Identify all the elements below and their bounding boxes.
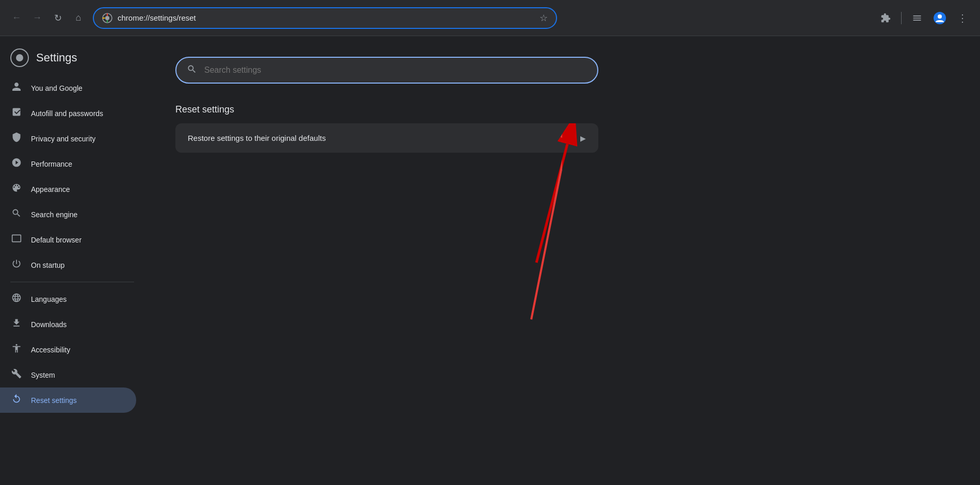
toolbar-divider	[901, 12, 902, 24]
address-bar-container: chrome://settings/reset ☆	[93, 7, 557, 29]
system-icon	[10, 368, 23, 381]
sidebar-item-label: Reset settings	[31, 396, 77, 405]
sidebar-item-downloads[interactable]: Downloads	[0, 312, 136, 337]
sidebar-item-label: Autofill and passwords	[31, 109, 103, 118]
red-arrow-annotation	[201, 128, 562, 335]
restore-arrow-icon: ▶	[580, 134, 586, 142]
sidebar-item-performance[interactable]: Performance	[0, 151, 136, 176]
annotation-container: Restore settings to their original defau…	[175, 123, 598, 153]
bookmark-icon[interactable]: ☆	[540, 12, 548, 24]
shield-icon	[10, 132, 23, 145]
sidebar-item-you-and-google[interactable]: You and Google	[0, 75, 136, 101]
back-button[interactable]: ←	[8, 10, 25, 26]
menu-icon: ⋮	[957, 12, 968, 24]
chrome-logo-icon	[102, 13, 112, 23]
sidebar-item-languages[interactable]: Languages	[0, 286, 136, 312]
appearance-icon	[10, 183, 23, 196]
reload-button[interactable]: ↻	[50, 10, 66, 26]
extensions-button[interactable]	[876, 9, 895, 27]
sidebar-item-appearance[interactable]: Appearance	[0, 176, 136, 202]
sidebar-item-label: Languages	[31, 295, 67, 303]
browser-icon	[10, 233, 23, 246]
forward-button[interactable]: →	[29, 10, 45, 26]
autofill-icon	[10, 107, 23, 120]
search-bar-wrapper	[175, 57, 598, 84]
sidebar-item-search-engine[interactable]: Search engine	[0, 202, 136, 227]
sidebar-item-default-browser[interactable]: Default browser	[0, 227, 136, 252]
svg-line-7	[531, 139, 562, 319]
sidebar-item-label: Accessibility	[31, 346, 70, 354]
svg-point-3	[938, 14, 942, 19]
main-layout: Settings You and Google Autofill and pas…	[0, 36, 980, 485]
toolbar-right: ⋮	[876, 9, 972, 27]
url-text: chrome://settings/reset	[118, 13, 534, 22]
person-icon	[10, 82, 23, 94]
reset-icon	[10, 394, 23, 407]
sidebar-item-label: Default browser	[31, 236, 81, 244]
sidebar-item-accessibility[interactable]: Accessibility	[0, 337, 136, 362]
sidebar-item-label: System	[31, 371, 55, 379]
sidebar-item-label: Search engine	[31, 211, 77, 219]
sidebar-item-autofill[interactable]: Autofill and passwords	[0, 101, 136, 126]
sidebar: Settings You and Google Autofill and pas…	[0, 36, 144, 485]
extensions-icon	[880, 13, 891, 23]
svg-point-1	[105, 16, 109, 20]
sidebar-divider	[10, 282, 134, 282]
sidebar-item-reset[interactable]: Reset settings	[0, 387, 136, 413]
sidebar-item-label: Appearance	[31, 185, 70, 193]
address-bar[interactable]: chrome://settings/reset ☆	[93, 7, 557, 29]
search-bar[interactable]	[175, 57, 598, 84]
profile-icon	[934, 12, 946, 24]
performance-icon	[10, 157, 23, 170]
downloads-icon	[10, 318, 23, 331]
section-title: Reset settings	[175, 104, 949, 115]
sidebar-icon	[912, 13, 922, 23]
content-area: Reset settings Restore settings to their…	[144, 36, 980, 485]
sidebar-item-label: Performance	[31, 160, 72, 168]
restore-settings-button[interactable]: Restore settings to their original defau…	[175, 123, 598, 153]
sidebar-item-label: You and Google	[31, 84, 83, 92]
search-input[interactable]	[204, 66, 587, 75]
sidebar-item-label: Privacy and security	[31, 135, 95, 143]
chrome-settings-logo-icon	[10, 48, 29, 67]
accessibility-icon	[10, 343, 23, 356]
sidebar-item-privacy[interactable]: Privacy and security	[0, 126, 136, 151]
browser-toolbar: ← → ↻ ⌂ chrome://settings/reset ☆	[0, 0, 980, 36]
svg-line-9	[536, 144, 567, 263]
home-button[interactable]: ⌂	[70, 10, 87, 26]
languages-icon	[10, 293, 23, 305]
profile-button[interactable]	[930, 9, 949, 27]
startup-icon	[10, 258, 23, 271]
sidebar-item-label: Downloads	[31, 320, 67, 329]
sidebar-item-on-startup[interactable]: On startup	[0, 252, 136, 278]
reset-section: Reset settings Restore settings to their…	[175, 104, 949, 153]
search-icon	[187, 64, 197, 77]
menu-button[interactable]: ⋮	[953, 9, 972, 27]
search-engine-icon	[10, 208, 23, 221]
nav-buttons: ← → ↻ ⌂	[8, 10, 87, 26]
sidebar-toggle-button[interactable]	[908, 9, 926, 27]
settings-header: Settings	[0, 44, 144, 75]
restore-label: Restore settings to their original defau…	[188, 134, 326, 142]
sidebar-item-label: On startup	[31, 261, 64, 269]
svg-point-5	[16, 54, 23, 61]
sidebar-item-system[interactable]: System	[0, 362, 136, 387]
settings-title: Settings	[36, 51, 77, 64]
